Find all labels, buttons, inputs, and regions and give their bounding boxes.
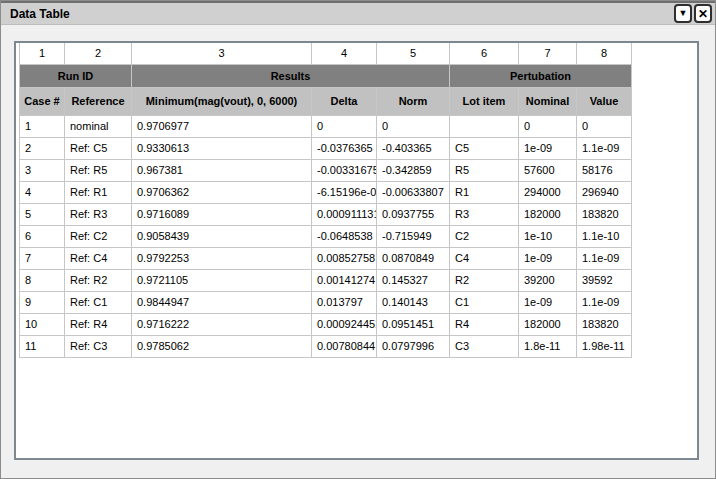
table-cell[interactable]: 11 <box>20 335 65 357</box>
table-cell[interactable]: C3 <box>450 335 519 357</box>
table-cell[interactable] <box>450 115 519 137</box>
table-cell[interactable]: Ref: R5 <box>65 159 132 181</box>
table-cell[interactable]: -0.0376365 <box>312 137 377 159</box>
table-cell[interactable]: 9 <box>20 291 65 313</box>
table-cell[interactable]: 0 <box>312 115 377 137</box>
table-cell[interactable]: 0.145327 <box>377 269 450 291</box>
table-cell[interactable]: R4 <box>450 313 519 335</box>
table-cell[interactable]: C5 <box>450 137 519 159</box>
table-cell[interactable]: 0.9716222 <box>132 313 312 335</box>
table-cell[interactable]: Ref: C3 <box>65 335 132 357</box>
table-cell[interactable]: Ref: C4 <box>65 247 132 269</box>
table-cell[interactable]: 0.9716089 <box>132 203 312 225</box>
table-cell[interactable]: 0.140143 <box>377 291 450 313</box>
collapse-button[interactable]: ▼ <box>674 4 692 23</box>
table-row: 8Ref: R20.97211050.001412740.145327R2392… <box>20 269 632 291</box>
table-cell[interactable]: -0.0648538 <box>312 225 377 247</box>
table-cell[interactable]: 2 <box>20 137 65 159</box>
table-cell[interactable]: 0 <box>577 115 632 137</box>
table-cell[interactable]: -0.00633807 <box>377 181 450 203</box>
table-cell[interactable]: Ref: R4 <box>65 313 132 335</box>
table-cell[interactable]: 8 <box>20 269 65 291</box>
table-cell[interactable]: 0 <box>377 115 450 137</box>
table-cell[interactable]: -0.342859 <box>377 159 450 181</box>
table-cell[interactable]: Ref: R3 <box>65 203 132 225</box>
table-cell[interactable]: 1e-10 <box>519 225 577 247</box>
table-cell[interactable]: 0.000924451 <box>312 313 377 335</box>
table-cell[interactable]: 1.8e-11 <box>519 335 577 357</box>
table-cell[interactable]: 182000 <box>519 313 577 335</box>
table-cell[interactable]: nominal <box>65 115 132 137</box>
table-cell[interactable]: 1.1e-09 <box>577 247 632 269</box>
table-cell[interactable]: 58176 <box>577 159 632 181</box>
table-cell[interactable]: 0.9721105 <box>132 269 312 291</box>
table-cell[interactable]: 0.967381 <box>132 159 312 181</box>
table-cell[interactable]: 0.00141274 <box>312 269 377 291</box>
table-cell[interactable]: -0.403365 <box>377 137 450 159</box>
table-cell[interactable]: 296940 <box>577 181 632 203</box>
table-cell[interactable]: 0.9330613 <box>132 137 312 159</box>
table-cell[interactable]: R1 <box>450 181 519 203</box>
table-cell[interactable]: 5 <box>20 203 65 225</box>
table-cell[interactable]: 1.1e-09 <box>577 137 632 159</box>
table-cell[interactable]: 3 <box>20 159 65 181</box>
table-cell[interactable]: R3 <box>450 203 519 225</box>
table-cell[interactable]: Ref: C5 <box>65 137 132 159</box>
table-row: 11Ref: C30.97850620.007808440.0797996C31… <box>20 335 632 357</box>
table-cell[interactable]: 1 <box>20 115 65 137</box>
table-cell[interactable]: 294000 <box>519 181 577 203</box>
table-body: 1nominal0.970697700002Ref: C50.9330613-0… <box>20 115 632 357</box>
table-row: 7Ref: C40.97922530.008527580.0870849C41e… <box>20 247 632 269</box>
table-cell[interactable]: R2 <box>450 269 519 291</box>
table-cell[interactable]: 182000 <box>519 203 577 225</box>
table-cell[interactable]: 10 <box>20 313 65 335</box>
table-cell[interactable]: 0.00852758 <box>312 247 377 269</box>
table-cell[interactable]: 0.9706362 <box>132 181 312 203</box>
table-cell[interactable]: 4 <box>20 181 65 203</box>
table-cell[interactable]: 0.9785062 <box>132 335 312 357</box>
table-cell[interactable]: C1 <box>450 291 519 313</box>
table-cell[interactable]: 7 <box>20 247 65 269</box>
table-cell[interactable]: 0.013797 <box>312 291 377 313</box>
title-bar[interactable]: Data Table ▼ ✕ <box>1 1 715 25</box>
table-cell[interactable]: 0.00780844 <box>312 335 377 357</box>
table-cell[interactable]: 1e-09 <box>519 137 577 159</box>
table-cell[interactable]: 0.0951451 <box>377 313 450 335</box>
table-cell[interactable]: 1e-09 <box>519 247 577 269</box>
table-cell[interactable]: Ref: C1 <box>65 291 132 313</box>
table-cell[interactable]: 39200 <box>519 269 577 291</box>
table-cell[interactable]: 183820 <box>577 203 632 225</box>
table-cell[interactable]: 183820 <box>577 313 632 335</box>
table-cell[interactable]: 1.98e-11 <box>577 335 632 357</box>
chevron-down-icon: ▼ <box>679 9 688 18</box>
table-cell[interactable]: 0.9844947 <box>132 291 312 313</box>
table-cell[interactable]: 0.9706977 <box>132 115 312 137</box>
table-cell[interactable]: R5 <box>450 159 519 181</box>
table-cell[interactable]: 0.0937755 <box>377 203 450 225</box>
table-cell[interactable]: 57600 <box>519 159 577 181</box>
table-cell[interactable]: 0.000911131 <box>312 203 377 225</box>
table-cell[interactable]: 1.1e-10 <box>577 225 632 247</box>
table-cell[interactable]: Ref: R1 <box>65 181 132 203</box>
table-cell[interactable]: 6 <box>20 225 65 247</box>
table-cell[interactable]: 0.0870849 <box>377 247 450 269</box>
table-cell[interactable]: 39592 <box>577 269 632 291</box>
column-number-cell: 7 <box>519 43 577 64</box>
table-cell[interactable]: -6.15196e-05 <box>312 181 377 203</box>
data-table-panel: 12345678 Run IDResultsPertubation Case #… <box>14 41 699 460</box>
table-cell[interactable]: -0.715949 <box>377 225 450 247</box>
table-cell[interactable]: 1.1e-09 <box>577 291 632 313</box>
column-number-cell: 4 <box>312 43 377 64</box>
table-cell[interactable]: 0.9792253 <box>132 247 312 269</box>
table-cell[interactable]: C4 <box>450 247 519 269</box>
table-cell[interactable]: Ref: C2 <box>65 225 132 247</box>
table-cell[interactable]: -0.00331675 <box>312 159 377 181</box>
close-button[interactable]: ✕ <box>694 4 712 23</box>
column-header-cell: Lot item <box>450 87 519 115</box>
table-cell[interactable]: 0.9058439 <box>132 225 312 247</box>
table-cell[interactable]: 0 <box>519 115 577 137</box>
table-cell[interactable]: Ref: R2 <box>65 269 132 291</box>
table-cell[interactable]: C2 <box>450 225 519 247</box>
table-cell[interactable]: 1e-09 <box>519 291 577 313</box>
table-cell[interactable]: 0.0797996 <box>377 335 450 357</box>
